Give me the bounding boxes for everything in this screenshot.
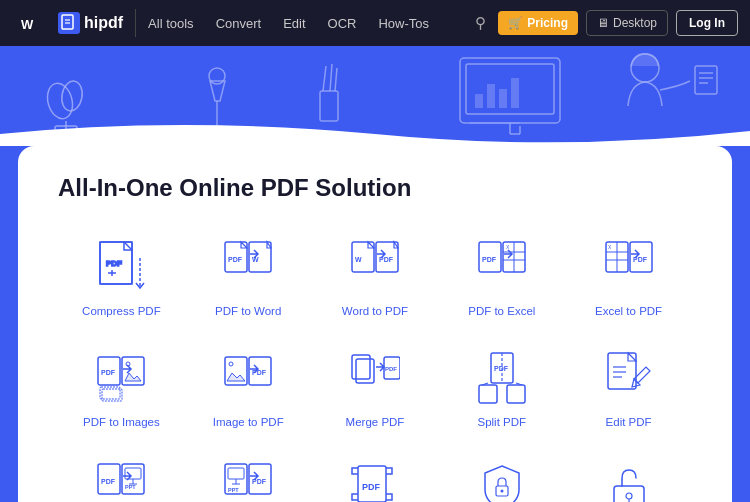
desktop-label: Desktop — [613, 16, 657, 30]
image-to-pdf-label: Image to PDF — [213, 415, 284, 430]
svg-text:PDF: PDF — [101, 369, 116, 376]
tools-grid: PDF Compress PDF PDF W — [58, 226, 692, 502]
svg-text:PDF: PDF — [228, 256, 243, 263]
svg-text:PDF: PDF — [494, 365, 509, 372]
tool-crop-pdf[interactable]: PDF Crop PDF — [312, 448, 439, 502]
unlock-pdf-icon — [602, 458, 656, 502]
svg-text:W: W — [355, 256, 362, 263]
svg-point-6 — [60, 79, 85, 112]
svg-rect-8 — [55, 126, 77, 140]
protect-pdf-icon — [475, 458, 529, 502]
nav-howtos[interactable]: How-Tos — [378, 16, 429, 31]
svg-text:PDF: PDF — [482, 256, 497, 263]
main-card: All-In-One Online PDF Solution PDF Compr… — [18, 146, 732, 502]
svg-rect-2 — [62, 15, 73, 29]
tool-pdf-to-excel[interactable]: PDF X PDF to Excel — [438, 226, 565, 331]
word-to-pdf-icon: W PDF — [348, 236, 402, 296]
tool-edit-pdf[interactable]: Edit PDF — [565, 337, 692, 442]
svg-text:W: W — [252, 256, 259, 263]
svg-text:PPT: PPT — [228, 487, 239, 493]
hipdf-logo[interactable]: hipdf — [58, 12, 123, 34]
svg-point-9 — [209, 68, 225, 84]
svg-rect-17 — [466, 64, 554, 114]
svg-text:PDF: PDF — [252, 478, 267, 485]
svg-rect-81 — [125, 468, 141, 479]
svg-point-5 — [44, 81, 76, 122]
svg-text:PDF: PDF — [362, 482, 381, 492]
svg-line-13 — [323, 66, 326, 91]
pdf-to-images-icon: PDF — [94, 347, 148, 407]
hipdf-icon — [58, 12, 80, 34]
svg-rect-72 — [479, 385, 497, 403]
compress-pdf-label: Compress PDF — [82, 304, 161, 319]
tool-pdf-to-images[interactable]: PDF PDF to Images — [58, 337, 185, 442]
tool-image-to-pdf[interactable]: PDF Image to PDF — [185, 337, 312, 442]
navbar: W hipdf All tools Convert Edit OCR How-T… — [0, 0, 750, 46]
desktop-icon: 🖥 — [597, 16, 609, 30]
login-button[interactable]: Log In — [676, 10, 738, 36]
desktop-button[interactable]: 🖥 Desktop — [586, 10, 668, 36]
merge-pdf-label: Merge PDF — [346, 415, 405, 430]
image-to-pdf-icon: PDF — [221, 347, 275, 407]
pricing-button[interactable]: 🛒 Pricing — [498, 11, 578, 35]
tool-protect-pdf[interactable]: Protect PDF — [438, 448, 565, 502]
svg-point-97 — [626, 493, 632, 499]
tool-word-to-pdf[interactable]: W PDF Word to PDF — [312, 226, 439, 331]
nav-links: All tools Convert Edit OCR How-Tos — [148, 16, 471, 31]
svg-text:PPT: PPT — [125, 484, 136, 490]
merge-pdf-icon: PDF — [348, 347, 402, 407]
nav-all-tools[interactable]: All tools — [148, 16, 194, 31]
edit-pdf-label: Edit PDF — [606, 415, 652, 430]
svg-rect-19 — [487, 84, 495, 108]
pdf-to-ppt-icon: PDF PPT — [94, 458, 148, 502]
excel-to-pdf-label: Excel to PDF — [595, 304, 662, 319]
page-title: All-In-One Online PDF Solution — [58, 174, 692, 202]
nav-convert[interactable]: Convert — [216, 16, 262, 31]
nav-right: ⚲ 🛒 Pricing 🖥 Desktop Log In — [471, 10, 738, 36]
svg-rect-20 — [499, 89, 507, 108]
pdf-to-word-icon: PDF W — [221, 236, 275, 296]
hero-decorations — [0, 46, 750, 146]
wondershare-logo[interactable]: W — [12, 5, 48, 41]
tool-merge-pdf[interactable]: PDF Merge PDF — [312, 337, 439, 442]
svg-text:PDF: PDF — [106, 259, 122, 268]
svg-point-95 — [500, 489, 503, 492]
svg-text:PDF: PDF — [379, 256, 394, 263]
search-icon[interactable]: ⚲ — [471, 10, 490, 36]
edit-pdf-icon — [602, 347, 656, 407]
split-pdf-icon: PDF — [475, 347, 529, 407]
svg-line-14 — [330, 64, 332, 91]
word-to-pdf-label: Word to PDF — [342, 304, 408, 319]
pricing-label: Pricing — [527, 16, 568, 30]
tool-ppt-to-pdf[interactable]: PPT PDF PPT to PDF — [185, 448, 312, 502]
svg-text:PDF: PDF — [252, 369, 267, 376]
tool-pdf-to-word[interactable]: PDF W PDF to Word — [185, 226, 312, 331]
svg-rect-74 — [608, 353, 636, 389]
split-pdf-label: Split PDF — [478, 415, 527, 430]
svg-text:PDF: PDF — [385, 366, 397, 372]
hero-section — [0, 46, 750, 146]
svg-rect-73 — [507, 385, 525, 403]
pdf-to-excel-label: PDF to Excel — [468, 304, 535, 319]
tool-compress-pdf[interactable]: PDF Compress PDF — [58, 226, 185, 331]
compress-pdf-icon: PDF — [94, 236, 148, 296]
tool-unlock-pdf[interactable]: Unlock PDF — [565, 448, 692, 502]
nav-divider — [135, 9, 136, 37]
svg-rect-16 — [460, 58, 560, 123]
nav-ocr[interactable]: OCR — [328, 16, 357, 31]
cart-icon: 🛒 — [508, 16, 523, 30]
svg-rect-86 — [228, 468, 244, 479]
tool-split-pdf[interactable]: PDF Split PDF — [438, 337, 565, 442]
svg-text:X: X — [506, 244, 510, 250]
svg-text:PDF: PDF — [101, 478, 116, 485]
pdf-to-word-label: PDF to Word — [215, 304, 281, 319]
svg-point-11 — [209, 131, 225, 137]
pdf-to-excel-icon: PDF X — [475, 236, 529, 296]
hipdf-text: hipdf — [84, 14, 123, 32]
svg-line-15 — [335, 68, 337, 91]
svg-rect-21 — [511, 78, 519, 108]
svg-text:X: X — [608, 244, 612, 250]
tool-excel-to-pdf[interactable]: X PDF Excel to PDF — [565, 226, 692, 331]
tool-pdf-to-ppt[interactable]: PDF PPT PDF to PPT — [58, 448, 185, 502]
nav-edit[interactable]: Edit — [283, 16, 305, 31]
